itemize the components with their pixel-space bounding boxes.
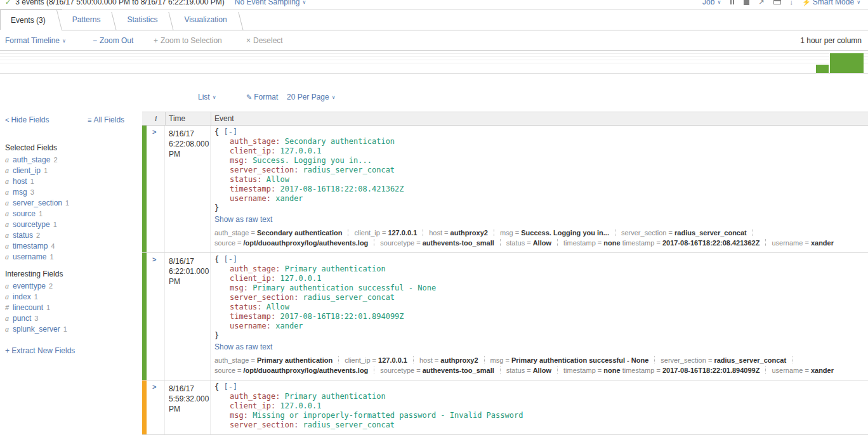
field-item[interactable]: asource1	[5, 209, 69, 219]
summary-field-pair[interactable]: timestamp = none	[563, 239, 621, 247]
json-key[interactable]: server_section:	[230, 420, 303, 429]
json-key[interactable]: msg:	[230, 156, 253, 165]
expand-event-icon[interactable]: >	[152, 128, 156, 136]
field-name-link[interactable]: username	[13, 252, 46, 261]
expand-event-icon[interactable]: >	[152, 383, 156, 391]
timeline-chart[interactable]	[0, 50, 868, 74]
json-value[interactable]: 127.0.0.1	[280, 146, 321, 155]
show-raw-text-link[interactable]: Show as raw text	[214, 342, 859, 352]
summary-field-pair[interactable]: sourcetype = authevents-too_small	[380, 239, 494, 247]
json-collapse-toggle[interactable]: [-]	[223, 127, 237, 136]
summary-field-pair[interactable]: server_section = radius_server_concat	[621, 229, 747, 237]
show-raw-text-link[interactable]: Show as raw text	[214, 214, 859, 224]
json-value[interactable]: xander	[275, 322, 303, 330]
extract-new-fields-link[interactable]: + Extract New Fields	[5, 346, 75, 355]
summary-field-pair[interactable]: status = Allow	[506, 239, 551, 247]
tab-statistics[interactable]: Statistics	[117, 10, 174, 30]
search-mode-dropdown[interactable]: ⚡Smart Mode∨	[802, 0, 860, 6]
json-value[interactable]: 127.0.0.1	[280, 274, 321, 283]
print-icon[interactable]	[773, 0, 781, 4]
summary-field-pair[interactable]: source = /opt/duoauthproxy/log/authevent…	[214, 367, 368, 374]
json-value[interactable]: Success. Logging you in...	[253, 156, 372, 165]
field-name-link[interactable]: timestamp	[13, 242, 48, 250]
stop-job-icon[interactable]	[744, 0, 749, 5]
field-item[interactable]: astatus2	[5, 230, 69, 241]
json-key[interactable]: msg:	[230, 283, 253, 292]
field-item[interactable]: aserver_section1	[5, 198, 69, 209]
tab-patterns[interactable]: Patterns	[62, 10, 117, 30]
summary-field-pair[interactable]: status = Allow	[506, 367, 551, 374]
summary-field-pair[interactable]: username = xander	[772, 239, 834, 247]
field-name-link[interactable]: auth_stage	[13, 155, 50, 164]
field-item[interactable]: asourcetype1	[5, 219, 69, 230]
summary-field-pair[interactable]: server_section = radius_server_concat	[661, 356, 786, 364]
json-key[interactable]: client_ip:	[230, 146, 280, 155]
json-key[interactable]: auth_stage:	[230, 392, 285, 401]
tab-visualization[interactable]: Visualization	[174, 10, 243, 30]
list-view-dropdown[interactable]: List∨	[198, 93, 216, 101]
field-name-link[interactable]: msg	[13, 188, 27, 197]
field-item[interactable]: aeventtype2	[5, 281, 67, 292]
share-icon[interactable]: ↗	[758, 0, 764, 6]
job-menu-button[interactable]: Job∨	[702, 0, 721, 6]
json-value[interactable]: Primary authentication	[285, 264, 386, 273]
field-name-link[interactable]: punct	[13, 314, 31, 323]
per-page-dropdown[interactable]: 20 Per Page∨	[287, 93, 336, 101]
json-key[interactable]: username:	[230, 194, 275, 203]
field-name-link[interactable]: eventtype	[13, 282, 46, 290]
json-value[interactable]: 2017-08-16T18:22:01.894099Z	[280, 312, 404, 321]
field-item[interactable]: atimestamp4	[5, 241, 69, 252]
json-key[interactable]: timestamp:	[230, 312, 280, 321]
summary-field-pair[interactable]: source = /opt/duoauthproxy/log/authevent…	[214, 239, 368, 247]
summary-field-pair[interactable]: username = xander	[772, 367, 834, 374]
json-key[interactable]: client_ip:	[230, 274, 280, 283]
event-sampling-dropdown[interactable]: No Event Sampling∨	[235, 0, 306, 6]
json-value[interactable]: radius_server_concat	[303, 166, 395, 174]
json-key[interactable]: auth_stage:	[230, 137, 285, 146]
hide-fields-button[interactable]: <Hide Fields	[5, 115, 49, 124]
format-results-button[interactable]: ✎Format	[246, 93, 278, 101]
field-name-link[interactable]: linecount	[13, 303, 43, 312]
field-item[interactable]: amsg3	[5, 187, 69, 198]
summary-field-pair[interactable]: auth_stage = Secondary authentication	[214, 229, 342, 237]
json-value[interactable]: Allow	[266, 175, 289, 184]
field-item[interactable]: asplunk_server1	[5, 324, 67, 335]
json-collapse-toggle[interactable]: [-]	[223, 255, 237, 264]
json-key[interactable]: client_ip:	[230, 401, 280, 410]
json-key[interactable]: auth_stage:	[230, 264, 285, 273]
summary-field-pair[interactable]: msg = Success. Logging you in...	[500, 229, 609, 237]
json-collapse-toggle[interactable]: [-]	[223, 382, 237, 391]
summary-field-pair[interactable]: auth_stage = Primary authentication	[214, 356, 332, 364]
all-fields-button[interactable]: ≡All Fields	[88, 115, 124, 124]
timeline-bar[interactable]	[829, 53, 864, 73]
json-value[interactable]: Primary authentication	[285, 392, 386, 401]
json-value[interactable]: Secondary authentication	[285, 137, 395, 146]
json-key[interactable]: status:	[230, 175, 266, 184]
field-item[interactable]: aclient_ip1	[5, 166, 69, 176]
zoom-out-button[interactable]: −Zoom Out	[93, 36, 133, 45]
format-timeline-dropdown[interactable]: Format Timeline∨	[5, 36, 66, 45]
field-item[interactable]: aauth_stage2	[5, 155, 69, 166]
json-value[interactable]: 2017-08-16T18:22:08.421362Z	[280, 185, 404, 193]
json-value[interactable]: Primary authentication successful - None	[253, 283, 436, 292]
summary-field-pair[interactable]: sourcetype = authevents-too_small	[380, 367, 494, 374]
json-key[interactable]: status:	[230, 302, 266, 311]
json-key[interactable]: username:	[230, 322, 275, 330]
json-key[interactable]: server_section:	[230, 166, 303, 174]
export-icon[interactable]: ↓	[790, 0, 794, 6]
pause-job-icon[interactable]	[730, 0, 735, 6]
field-item[interactable]: ausername1	[5, 252, 69, 263]
json-value[interactable]: 127.0.0.1	[280, 401, 321, 410]
timeline-bar[interactable]	[815, 65, 829, 73]
tab-events[interactable]: Events (3)	[0, 10, 62, 30]
json-key[interactable]: msg:	[230, 411, 253, 420]
field-name-link[interactable]: status	[13, 231, 33, 240]
zoom-to-selection-button[interactable]: +Zoom to Selection	[154, 36, 222, 45]
summary-field-pair[interactable]: timestamp = 2017-08-16T18:22:01.894099Z	[622, 367, 760, 374]
summary-field-pair[interactable]: msg = Primary authentication successful …	[490, 356, 649, 364]
field-name-link[interactable]: index	[13, 292, 31, 301]
summary-field-pair[interactable]: timestamp = 2017-08-16T18:22:08.421362Z	[622, 239, 760, 247]
summary-field-pair[interactable]: client_ip = 127.0.0.1	[354, 229, 417, 237]
json-key[interactable]: server_section:	[230, 293, 303, 302]
json-value[interactable]: xander	[275, 194, 303, 203]
